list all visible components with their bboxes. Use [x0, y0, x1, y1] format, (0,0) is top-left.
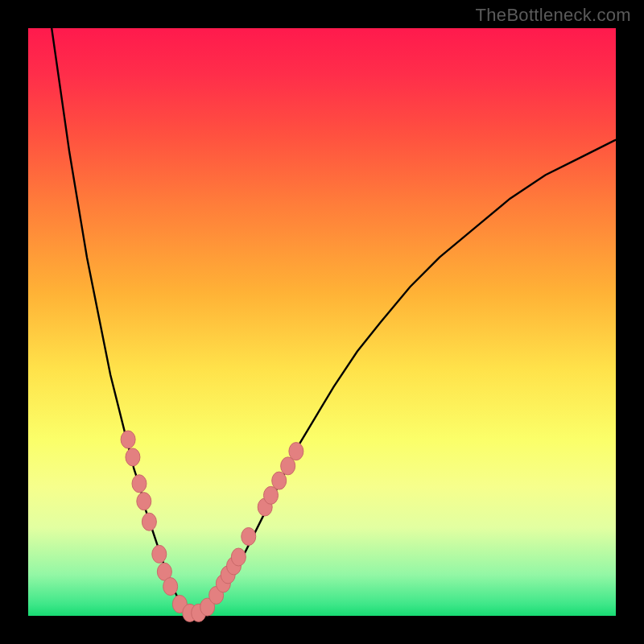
data-marker: [152, 545, 167, 563]
chart-frame: TheBottleneck.com: [0, 0, 644, 644]
data-marker: [263, 486, 278, 504]
data-marker: [272, 472, 287, 489]
attribution-text: TheBottleneck.com: [476, 5, 631, 26]
data-marker: [142, 513, 156, 530]
data-marker: [132, 475, 147, 493]
data-marker: [126, 448, 140, 466]
data-marker: [289, 443, 303, 460]
plot-area: [28, 28, 616, 616]
data-marker: [242, 527, 256, 545]
chart-svg: [28, 28, 616, 616]
data-marker: [137, 493, 151, 510]
data-marker: [163, 578, 178, 596]
data-marker: [231, 548, 246, 566]
data-marker: [281, 457, 295, 475]
bottleneck-curve: [52, 28, 616, 616]
data-markers-group: [121, 431, 303, 621]
data-marker: [121, 431, 135, 448]
